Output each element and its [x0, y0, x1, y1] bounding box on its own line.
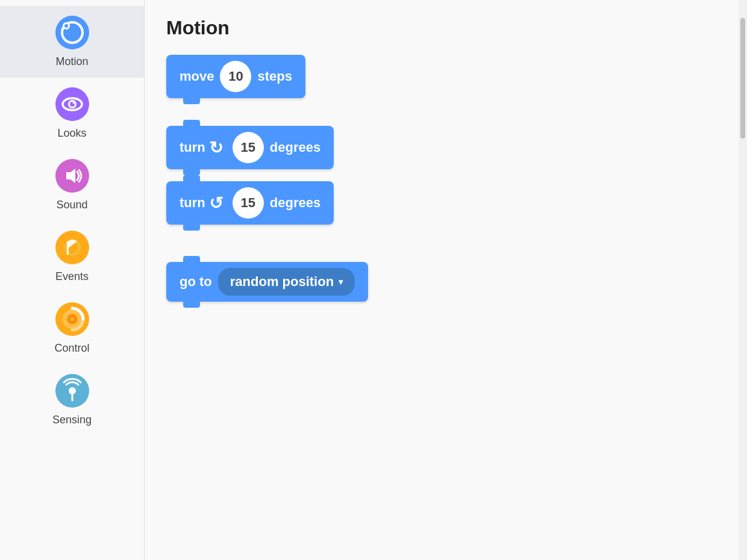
sidebar-label-control: Control — [54, 342, 89, 355]
dropdown-arrow-icon: ▾ — [339, 277, 343, 287]
sidebar-item-events[interactable]: Events — [0, 221, 144, 293]
events-icon — [55, 231, 89, 264]
control-icon — [55, 302, 89, 336]
goto-text: go to — [180, 274, 212, 290]
turn-cw-block[interactable]: turn ↻ 15 degrees — [166, 126, 334, 169]
sidebar: Motion Looks Sound — [0, 0, 145, 560]
sidebar-label-motion: Motion — [55, 55, 88, 68]
turn-cw-degrees-label: degrees — [270, 140, 320, 155]
sidebar-label-sensing: Sensing — [52, 414, 92, 426]
looks-icon — [55, 87, 89, 121]
goto-dropdown[interactable]: random position ▾ — [218, 268, 355, 296]
move-steps-label: steps — [257, 69, 292, 84]
motion-icon — [55, 16, 89, 49]
sidebar-item-control[interactable]: Control — [0, 293, 144, 364]
main-panel: Motion move 10 steps turn ↻ 15 degrees — [145, 0, 747, 560]
move-text: move — [180, 69, 214, 84]
sidebar-item-sound[interactable]: Sound — [0, 149, 144, 221]
move-block-container: move 10 steps — [166, 55, 725, 98]
turn-ccw-text: turn — [180, 195, 205, 211]
sound-icon — [55, 159, 89, 193]
turn-ccw-block-container: turn ↺ 15 degrees — [166, 181, 725, 225]
sidebar-item-motion[interactable]: Motion — [0, 6, 144, 78]
turn-ccw-degrees-label: degrees — [270, 195, 320, 211]
turn-ccw-block[interactable]: turn ↺ 15 degrees — [166, 181, 334, 225]
svg-point-19 — [70, 317, 75, 322]
sidebar-label-sound: Sound — [56, 199, 87, 211]
sidebar-label-looks: Looks — [57, 127, 86, 140]
goto-block[interactable]: go to random position ▾ — [166, 262, 368, 302]
scrollbar-track[interactable] — [739, 0, 747, 560]
page-title: Motion — [166, 17, 725, 39]
sidebar-label-events: Events — [55, 270, 89, 283]
main-header: Motion — [145, 0, 747, 45]
goto-block-container: go to random position ▾ — [166, 262, 725, 302]
turn-cw-block-container: turn ↻ 15 degrees — [166, 126, 725, 169]
svg-point-8 — [72, 102, 74, 104]
counter-clockwise-icon: ↺ — [209, 193, 223, 213]
goto-dropdown-value: random position — [230, 274, 334, 290]
turn-cw-degrees-input[interactable]: 15 — [233, 132, 264, 163]
sensing-icon — [55, 374, 89, 408]
sidebar-item-sensing[interactable]: Sensing — [0, 364, 144, 436]
blocks-area: move 10 steps turn ↻ 15 degrees turn ↺ 1… — [145, 45, 747, 560]
clockwise-icon: ↻ — [209, 138, 223, 158]
move-steps-input[interactable]: 10 — [220, 61, 251, 92]
svg-point-0 — [55, 16, 89, 49]
move-block[interactable]: move 10 steps — [166, 55, 305, 98]
svg-point-3 — [64, 24, 68, 28]
svg-rect-14 — [67, 241, 69, 255]
turn-ccw-degrees-input[interactable]: 15 — [233, 187, 264, 219]
turn-cw-text: turn — [180, 140, 205, 155]
sidebar-item-looks[interactable]: Looks — [0, 78, 144, 149]
scrollbar-thumb[interactable] — [740, 18, 745, 138]
